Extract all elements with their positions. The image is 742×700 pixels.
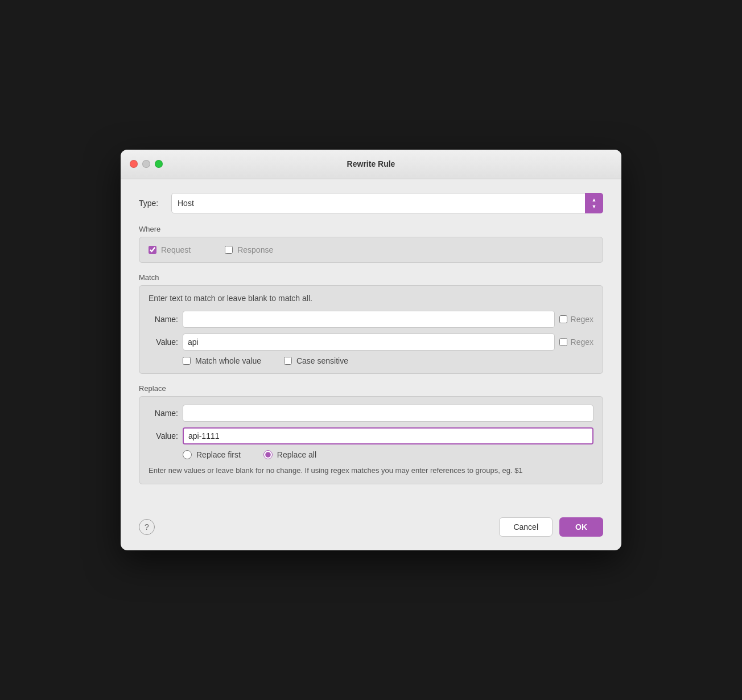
match-name-input[interactable] [183, 311, 555, 328]
request-checkbox-group: Request [149, 245, 191, 254]
select-arrow-icon [585, 193, 603, 213]
replace-all-label: Replace all [277, 450, 316, 459]
type-label: Type: [139, 199, 164, 208]
match-value-regex-label: Regex [571, 337, 593, 347]
minimize-button[interactable] [142, 160, 150, 168]
match-value-regex-checkbox[interactable] [559, 338, 567, 346]
match-value-label: Value: [149, 337, 178, 347]
match-section-box: Enter text to match or leave blank to ma… [139, 285, 603, 374]
request-checkbox[interactable] [149, 246, 156, 254]
replace-name-row: Name: [149, 405, 593, 422]
type-select[interactable]: Host URL Header Body Cookie [171, 193, 603, 213]
replace-name-label: Name: [149, 409, 178, 418]
match-name-label: Name: [149, 315, 178, 324]
response-label: Response [237, 245, 273, 254]
match-section-label: Match [139, 273, 603, 282]
help-button[interactable]: ? [139, 519, 155, 535]
where-section-box: Request Response [139, 237, 603, 263]
window-title: Rewrite Rule [347, 159, 395, 168]
type-row: Type: Host URL Header Body Cookie [139, 193, 603, 213]
ok-button[interactable]: OK [559, 517, 603, 537]
match-value-regex-group: Regex [559, 337, 593, 347]
case-sensitive-label: Case sensitive [296, 356, 348, 365]
replace-options-row: Replace first Replace all [149, 450, 593, 459]
match-value-input[interactable] [183, 333, 555, 351]
match-whole-value-checkbox[interactable] [183, 357, 191, 365]
response-checkbox-group: Response [225, 245, 273, 254]
match-whole-value-group: Match whole value [183, 356, 261, 365]
match-name-row: Name: Regex [149, 311, 593, 328]
where-row: Request Response [149, 245, 593, 254]
replace-value-label: Value: [149, 431, 178, 440]
replace-first-label: Replace first [196, 450, 241, 459]
match-value-row: Value: Regex [149, 333, 593, 351]
match-options-row: Match whole value Case sensitive [149, 356, 593, 365]
match-hint: Enter text to match or leave blank to ma… [149, 294, 593, 303]
where-section-label: Where [139, 225, 603, 233]
replace-first-group: Replace first [183, 450, 241, 459]
replace-section-box: Name: Value: Replace first Replace all E… [139, 396, 603, 485]
dialog-content: Type: Host URL Header Body Cookie Where … [121, 179, 621, 511]
cancel-button[interactable]: Cancel [499, 517, 553, 537]
case-sensitive-checkbox[interactable] [284, 357, 292, 365]
replace-all-group: Replace all [263, 450, 316, 459]
replace-section-label: Replace [139, 384, 603, 393]
title-bar: Rewrite Rule [121, 150, 621, 179]
match-whole-value-label: Match whole value [195, 356, 261, 365]
bottom-bar: ? Cancel OK [121, 510, 621, 550]
replace-hint: Enter new values or leave blank for no c… [149, 465, 593, 476]
traffic-lights [130, 160, 163, 168]
case-sensitive-group: Case sensitive [284, 356, 348, 365]
replace-name-input[interactable] [183, 405, 593, 422]
replace-value-input[interactable] [183, 427, 593, 444]
close-button[interactable] [130, 160, 138, 168]
button-group: Cancel OK [499, 517, 603, 537]
response-checkbox[interactable] [225, 246, 233, 254]
replace-all-radio[interactable] [263, 450, 273, 459]
match-name-regex-checkbox[interactable] [559, 315, 567, 323]
dialog-window: Rewrite Rule Type: Host URL Header Body … [121, 150, 621, 551]
replace-value-row: Value: [149, 427, 593, 444]
match-name-regex-group: Regex [559, 315, 593, 324]
type-select-wrapper: Host URL Header Body Cookie [171, 193, 603, 213]
maximize-button[interactable] [155, 160, 163, 168]
match-name-regex-label: Regex [571, 315, 593, 324]
replace-first-radio[interactable] [183, 450, 192, 459]
request-label: Request [161, 245, 191, 254]
